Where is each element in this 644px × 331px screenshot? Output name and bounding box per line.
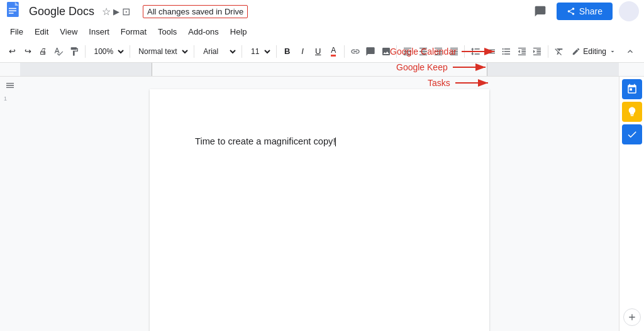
menu-file[interactable]: File	[5, 26, 28, 38]
menu-addons[interactable]: Add-ons	[183, 26, 223, 38]
left-sidebar: 1	[0, 77, 20, 331]
list-button[interactable]	[484, 43, 499, 60]
menu-bar: File Edit View Insert Format Tools Add-o…	[0, 23, 644, 40]
right-panel-bottom	[623, 308, 641, 326]
indent-decrease-button[interactable]	[514, 43, 530, 60]
separator-9	[548, 45, 548, 58]
add-panel-button[interactable]	[623, 308, 641, 326]
separator-8	[464, 45, 465, 58]
ruler-sidebar-space	[0, 63, 20, 76]
menu-view[interactable]: View	[55, 26, 82, 38]
share-button[interactable]: Share	[557, 3, 613, 20]
tasks-button[interactable]	[622, 124, 642, 144]
editing-label: Editing	[583, 47, 606, 56]
bold-button[interactable]: B	[280, 43, 295, 60]
editing-mode-badge[interactable]: Editing	[567, 46, 621, 57]
more-icon[interactable]: ⊡	[122, 6, 130, 18]
justify-button[interactable]	[447, 43, 462, 60]
document-area[interactable]: Time to create a magnificent copy!	[20, 77, 619, 331]
google-calendar-button[interactable]	[622, 79, 642, 99]
font-size-select[interactable]: 11 10 12 14	[245, 43, 273, 60]
font-select[interactable]: Arial Times New Roman Courier New	[197, 43, 238, 60]
avatar[interactable]	[619, 1, 639, 21]
redo-button[interactable]: ↪	[21, 43, 36, 60]
separator-6	[344, 45, 345, 58]
italic-button[interactable]: I	[295, 43, 310, 60]
title-bar: Google Docs ☆ ▶ ⊡ All changes saved in D…	[0, 0, 644, 23]
menu-insert[interactable]: Insert	[84, 26, 114, 38]
share-label: Share	[579, 6, 602, 16]
separator-1	[85, 45, 86, 58]
save-status: All changes saved in Drive	[143, 5, 248, 18]
menu-tools[interactable]: Tools	[153, 26, 182, 38]
align-center-button[interactable]	[416, 43, 431, 60]
align-left-button[interactable]	[400, 43, 415, 60]
doc-title: Google Docs	[29, 5, 94, 18]
collapse-panel-button[interactable]	[621, 43, 639, 60]
menu-format[interactable]: Format	[116, 26, 152, 38]
ruler	[0, 63, 644, 77]
underline-button[interactable]: U	[311, 43, 326, 60]
indent-increase-button[interactable]	[530, 43, 545, 60]
svg-rect-2	[9, 11, 16, 12]
ruler-right-margin	[487, 63, 619, 76]
separator-2	[130, 45, 130, 58]
separator-7	[396, 45, 397, 58]
text-color-button[interactable]: A	[326, 43, 341, 60]
title-bar-right: Share	[530, 1, 639, 21]
ruler-left-margin	[20, 63, 152, 76]
separator-5	[276, 45, 277, 58]
menu-edit[interactable]: Edit	[30, 26, 53, 38]
spell-check-button[interactable]	[52, 43, 67, 60]
document-page[interactable]: Time to create a magnificent copy!	[150, 89, 489, 331]
move-icon[interactable]: ▶	[113, 7, 119, 16]
title-icons: ☆ ▶ ⊡	[102, 6, 130, 18]
docs-icon	[5, 2, 24, 21]
doc-content: Time to create a magnificent copy!	[195, 136, 335, 146]
comment-button[interactable]	[530, 1, 550, 21]
separator-3	[194, 45, 194, 58]
bullet-list-button[interactable]	[499, 43, 514, 60]
undo-button[interactable]: ↩	[5, 43, 20, 60]
toolbar: ↩ ↪ 🖨 100% 75% 150% Normal text Heading …	[0, 40, 644, 63]
document-text[interactable]: Time to create a magnificent copy!	[195, 134, 444, 148]
style-select[interactable]: Normal text Heading 1 Heading 2	[133, 43, 191, 60]
menu-help[interactable]: Help	[225, 26, 252, 38]
clear-formatting-button[interactable]	[552, 43, 567, 60]
svg-rect-3	[9, 13, 14, 14]
zoom-select[interactable]: 100% 75% 150%	[89, 43, 126, 60]
comment-insert-button[interactable]	[363, 43, 378, 60]
ruler-track-inner	[152, 63, 487, 76]
ruler-panel-space	[619, 63, 644, 76]
text-cursor	[335, 138, 336, 146]
print-button[interactable]: 🖨	[36, 43, 51, 60]
editing-section: Editing	[567, 43, 639, 60]
svg-rect-1	[9, 8, 16, 9]
paint-format-button[interactable]	[67, 43, 82, 60]
outline-toggle[interactable]	[5, 80, 15, 90]
star-icon[interactable]: ☆	[102, 6, 111, 18]
link-button[interactable]	[348, 43, 363, 60]
right-panel	[619, 77, 644, 331]
align-right-button[interactable]	[431, 43, 446, 60]
image-button[interactable]	[379, 43, 394, 60]
line-spacing-button[interactable]	[468, 43, 483, 60]
google-keep-button[interactable]	[622, 102, 642, 122]
ruler-track	[152, 63, 487, 76]
separator-4	[242, 45, 242, 58]
page-number-1: 1	[4, 95, 7, 102]
main-area: 1 Time to create a magnificent copy!	[0, 77, 644, 331]
